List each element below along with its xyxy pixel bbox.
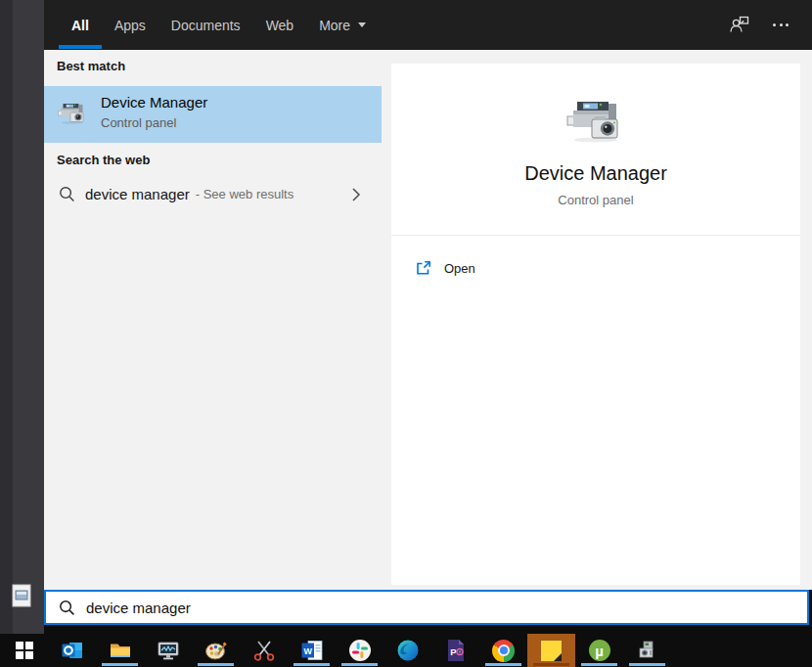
taskbar-chrome[interactable] <box>479 634 527 667</box>
taskbar-paint[interactable] <box>192 634 240 667</box>
desktop-background-strip <box>0 0 44 634</box>
desktop-document-image-icon[interactable] <box>12 584 31 607</box>
search-results-area: Best match <box>44 50 812 590</box>
svg-text:W: W <box>303 646 312 656</box>
monitor-graph-icon <box>157 639 180 662</box>
palette-icon <box>204 639 228 662</box>
p-document-icon: P <box>445 639 467 662</box>
result-detail-panel: Device Manager Control panel Open <box>391 64 800 585</box>
taskbar-slack[interactable] <box>336 634 383 667</box>
web-suggestion-query: device manager <box>85 186 190 202</box>
search-flyout: All Apps Documents Web More <box>44 0 812 626</box>
result-subtitle: Control panel <box>101 115 176 130</box>
taskbar-edge[interactable] <box>383 634 431 667</box>
open-label: Open <box>444 261 475 276</box>
svg-text:P: P <box>450 646 457 657</box>
taskbar: W <box>0 634 812 667</box>
taskbar-start-button[interactable] <box>0 634 48 667</box>
taskbar-file-explorer[interactable] <box>96 634 144 667</box>
search-bar[interactable] <box>44 590 809 625</box>
search-input[interactable] <box>86 600 807 616</box>
slack-icon <box>348 639 372 662</box>
chrome-icon <box>492 640 515 662</box>
search-bar-row <box>44 590 812 634</box>
ellipsis-icon[interactable] <box>770 14 791 35</box>
device-manager-icon-large <box>564 92 627 155</box>
taskbar-device-app[interactable] <box>623 634 671 667</box>
search-filter-tabs: All Apps Documents Web More <box>44 0 812 50</box>
tab-all[interactable]: All <box>59 0 102 50</box>
taskbar-snipping-tool[interactable] <box>240 634 288 667</box>
open-external-icon <box>416 260 431 276</box>
open-action[interactable]: Open <box>391 251 800 285</box>
taskbar-word[interactable]: W <box>288 634 336 667</box>
feedback-user-icon[interactable] <box>729 14 750 35</box>
windows-search-screen: All Apps Documents Web More <box>0 0 812 667</box>
detail-subtitle: Control panel <box>391 193 800 207</box>
folder-icon <box>109 639 132 662</box>
tab-documents[interactable]: Documents <box>158 0 253 50</box>
taskbar-task-manager[interactable] <box>144 634 192 667</box>
tab-more[interactable]: More <box>306 0 379 50</box>
chevron-right-icon <box>351 187 361 201</box>
taskbar-outlook[interactable] <box>48 634 96 667</box>
utorrent-icon: µ <box>589 640 610 661</box>
tab-web[interactable]: Web <box>253 0 307 50</box>
sticky-note-icon <box>541 641 562 661</box>
taskbar-sticky-notes[interactable] <box>527 634 575 667</box>
result-title: Device Manager <box>101 94 207 111</box>
detail-title: Device Manager <box>391 162 800 185</box>
web-suggestion-device-manager[interactable]: device manager - See web results <box>44 173 382 214</box>
taskbar-purple-document-app[interactable]: P <box>431 634 479 667</box>
device-manager-icon <box>57 99 88 130</box>
search-icon <box>59 186 75 202</box>
chevron-down-icon <box>358 22 366 27</box>
outlook-icon <box>61 639 84 662</box>
web-suggestion-suffix: - See web results <box>196 187 293 201</box>
result-device-manager[interactable]: Device Manager Control panel <box>44 86 382 143</box>
taskbar-utorrent[interactable]: µ <box>575 634 623 667</box>
search-icon <box>59 600 75 616</box>
tab-apps[interactable]: Apps <box>102 0 158 50</box>
word-icon: W <box>300 639 324 662</box>
device-tray-icon <box>636 639 659 662</box>
divider <box>391 235 800 236</box>
windows-logo-icon <box>16 642 33 659</box>
scissors-icon <box>252 639 276 662</box>
search-web-header: Search the web <box>57 153 150 167</box>
best-match-header: Best match <box>57 59 125 73</box>
edge-icon <box>396 639 420 662</box>
